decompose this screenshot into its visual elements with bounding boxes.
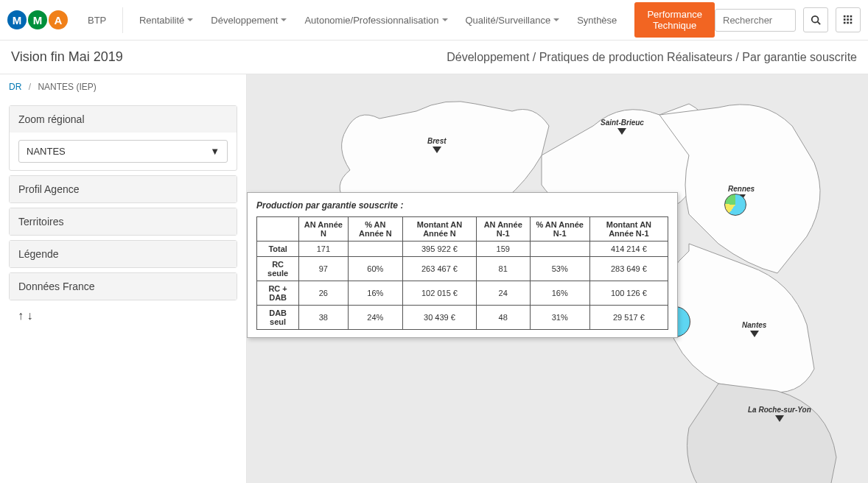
table-cell: 263 467 € [403,257,477,281]
panel-head-donnees[interactable]: Données France [10,273,237,300]
production-table: AN Année N % AN Année N Montant AN Année… [256,216,668,330]
panel-legende: Légende [9,240,237,268]
nav-autonomie[interactable]: Autonomie/Professionnalisation [295,9,456,32]
logo-letter: A [49,10,68,29]
nav-developpement[interactable]: Développement [202,9,295,32]
table-cell: 159 [476,242,530,257]
table-cell: 283 649 € [589,257,668,281]
table-cell: 102 015 € [403,281,477,306]
svg-rect-6 [847,18,849,21]
panel-head-territoires[interactable]: Territoires [10,208,237,235]
city-nantes: Nantes [742,321,766,337]
performance-technique-button[interactable]: Performance Technique [634,2,715,38]
svg-rect-9 [847,22,849,24]
svg-rect-10 [850,22,853,24]
table-cell: 16% [530,281,589,306]
table-row: DAB seul3824%30 439 €4831%29 517 € [257,306,668,330]
table-cell: 414 214 € [589,242,668,257]
nav-divider [122,7,123,33]
nav-btp[interactable]: BTP [79,9,115,32]
breadcrumb-separator: / [29,82,31,92]
vision-title: Vision fin Mai 2019 [11,49,123,65]
city-brest: Brest [427,137,447,153]
grid-view-button[interactable] [836,7,861,32]
table-cell: 60% [348,257,403,281]
city-marker-icon [775,415,784,422]
table-cell: 100 126 € [589,281,668,306]
breadcrumb-dr-link[interactable]: DR [9,82,21,92]
sort-arrows[interactable]: ↑ ↓ [9,305,237,327]
table-header: AN Année N [299,217,348,242]
breadcrumb-current: NANTES (IEP) [38,82,96,92]
chevron-down-icon [187,18,193,21]
table-row: Total171395 922 €159414 214 € [257,242,668,257]
table-cell: 30 439 € [403,306,477,330]
brand-logo: M M A [7,10,68,29]
row-label: RC seule [257,257,299,281]
table-cell: 48 [476,306,530,330]
table-cell: 26 [299,281,348,306]
svg-rect-7 [850,18,853,21]
table-cell: 171 [299,242,348,257]
chevron-down-icon [281,18,287,21]
row-label: DAB seul [257,306,299,330]
table-header: Montant AN Année N [403,217,477,242]
map-area[interactable]: Brest Saint-Brieuc Rennes Nantes La Roch… [247,74,868,483]
main-content: DR / NANTES (IEP) Zoom régional NANTES ▼… [0,74,868,483]
row-label: RC + DAB [257,281,299,306]
region-select[interactable]: NANTES ▼ [18,140,228,163]
nav-qualite[interactable]: Qualité/Surveillance [457,9,569,32]
table-cell: 38 [299,306,348,330]
table-row: RC + DAB2616%102 015 €2416%100 126 € [257,281,668,306]
nav-rentabilite[interactable]: Rentabilité [130,9,202,32]
table-row: RC seule9760%263 467 €8153%283 649 € [257,257,668,281]
logo-letter: M [7,10,27,29]
region-select-value: NANTES [27,146,66,157]
search-button[interactable] [803,7,828,32]
pie-chart-rennes[interactable] [724,194,746,216]
table-cell: 29 517 € [589,306,668,330]
panel-head-zoom[interactable]: Zoom régional [10,106,237,133]
panel-donnees-france: Données France [9,272,237,300]
topbar-right [715,7,861,32]
panel-head-profil[interactable]: Profil Agence [10,176,237,202]
table-cell: 81 [476,257,530,281]
table-header: Montant AN Année N-1 [589,217,668,242]
svg-rect-5 [844,18,846,21]
panel-zoom-regional: Zoom régional NANTES ▼ [9,105,237,171]
svg-rect-2 [844,15,846,18]
grid-icon [843,15,853,25]
svg-rect-4 [850,15,853,18]
svg-point-0 [812,16,819,23]
city-la-roche: La Roche-sur-Yon [748,406,811,422]
table-cell [530,242,589,257]
panel-body-zoom: NANTES ▼ [10,133,237,170]
panel-territoires: Territoires [9,208,237,236]
sidebar: DR / NANTES (IEP) Zoom régional NANTES ▼… [0,74,247,483]
table-header-row: AN Année N % AN Année N Montant AN Année… [257,217,668,242]
tooltip-title: Production par garantie souscrite : [256,200,668,211]
city-marker-icon [433,147,441,153]
chevron-down-icon [442,18,448,21]
panel-profil-agence: Profil Agence [9,175,237,203]
city-saint-brieuc: Saint-Brieuc [601,119,644,135]
panel-head-legende[interactable]: Légende [10,241,237,267]
table-cell: 24 [476,281,530,306]
city-marker-icon [617,128,626,135]
svg-rect-3 [847,15,849,18]
table-header: AN Année N-1 [476,217,530,242]
primary-nav: BTP Rentabilité Développement Autonomie/… [79,2,715,38]
table-cell: 31% [530,306,589,330]
breadcrumb-path: Développement / Pratiques de production … [447,51,857,64]
chevron-down-icon: ▼ [210,146,220,157]
table-cell: 395 922 € [403,242,477,257]
city-marker-icon [750,331,759,337]
nav-synthese[interactable]: Synthèse [568,9,626,32]
table-header: % AN Année N [348,217,403,242]
top-navbar: M M A BTP Rentabilité Développement Auto… [0,0,868,40]
svg-line-1 [818,22,821,25]
table-cell [348,242,403,257]
search-icon [811,15,821,25]
svg-rect-8 [844,22,846,24]
search-input[interactable] [715,9,796,32]
